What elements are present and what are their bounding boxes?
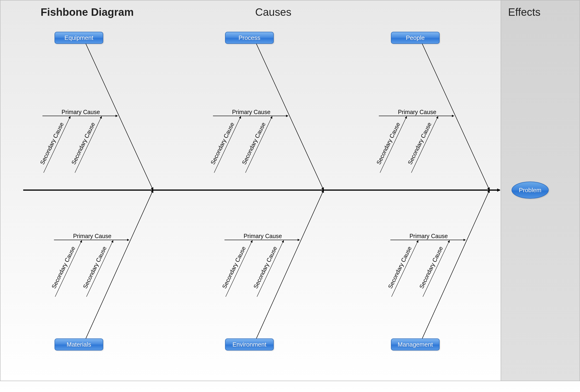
svg-text:Secondary Cause: Secondary Cause <box>375 121 401 166</box>
svg-text:Primary Cause: Primary Cause <box>232 109 270 115</box>
category-people: People <box>391 32 440 44</box>
category-environment: Environment <box>225 338 274 351</box>
svg-text:Primary Cause: Primary Cause <box>61 109 100 115</box>
svg-text:Secondary Cause: Secondary Cause <box>407 121 433 166</box>
svg-line-15 <box>422 44 489 190</box>
svg-text:Secondary Cause: Secondary Cause <box>39 121 65 166</box>
fishbone-svg: Primary CauseSecondary CauseSecondary Ca… <box>0 0 580 392</box>
effect-problem: Problem <box>512 182 549 199</box>
svg-text:Secondary Cause: Secondary Cause <box>418 245 444 290</box>
category-management: Management <box>391 338 440 351</box>
svg-text:Secondary Cause: Secondary Cause <box>387 245 413 290</box>
svg-text:Primary Cause: Primary Cause <box>244 233 282 239</box>
svg-text:Secondary Cause: Secondary Cause <box>209 121 235 166</box>
category-process: Process <box>225 32 274 44</box>
svg-text:Primary Cause: Primary Cause <box>73 233 111 239</box>
svg-text:Secondary Cause: Secondary Cause <box>221 245 247 290</box>
category-materials: Materials <box>54 338 103 351</box>
svg-text:Secondary Cause: Secondary Cause <box>252 245 278 290</box>
svg-line-8 <box>256 44 324 190</box>
svg-text:Secondary Cause: Secondary Cause <box>82 245 108 290</box>
svg-text:Secondary Cause: Secondary Cause <box>70 121 96 166</box>
svg-text:Secondary Cause: Secondary Cause <box>50 245 76 290</box>
svg-line-1 <box>86 44 153 190</box>
category-equipment: Equipment <box>54 32 103 44</box>
svg-text:Secondary Cause: Secondary Cause <box>241 121 267 166</box>
svg-text:Primary Cause: Primary Cause <box>398 109 436 115</box>
svg-text:Primary Cause: Primary Cause <box>410 233 448 239</box>
